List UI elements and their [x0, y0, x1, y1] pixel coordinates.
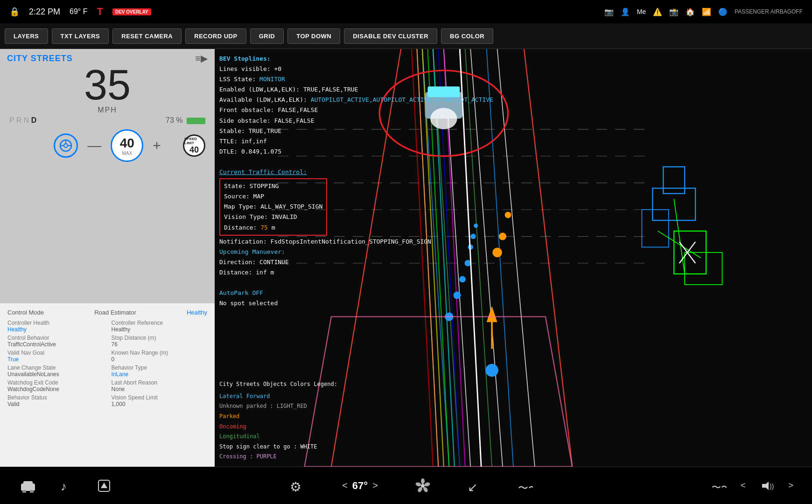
status-bar: 🔒 2:22 PM 69° F T DEV OVERLAY 📷 👤 Me ⚠️ …	[0, 0, 812, 23]
svg-point-64	[474, 224, 478, 228]
grid-button[interactable]: GRID	[250, 28, 284, 44]
disable-dev-cluster-button[interactable]: DISABLE DEV CLUSTER	[344, 28, 437, 44]
top-down-button[interactable]: TOP DOWN	[287, 28, 340, 44]
bg-color-button[interactable]: BG COLOR	[441, 28, 493, 44]
legend-parked: Parked	[219, 412, 337, 422]
drive-visualization: CITY STREETS ≡▶ 35 MPH P R N D 73 %	[0, 49, 215, 303]
bottom-right-controls: 〜〜 < ))) >	[712, 478, 793, 493]
controller-ref-key: Controller Reference	[112, 320, 207, 326]
svg-text:〜〜: 〜〜	[712, 482, 727, 492]
watchdog-exit-key: Watchdog Exit Code	[7, 379, 103, 386]
known-nav-range-val: 0	[112, 356, 207, 363]
dev-overlay-badge: DEV OVERLAY	[112, 8, 151, 15]
battery-bar	[187, 118, 205, 124]
temp-left-value: 67°	[352, 480, 368, 492]
speed-controls: — 40 MAX + SPEED LIMIT 40	[0, 126, 215, 165]
svg-rect-81	[23, 481, 33, 486]
volume-icon[interactable]: )))	[759, 479, 774, 492]
behavior-status-key: Behavior Status	[7, 394, 103, 401]
left-panel: CITY STREETS ≡▶ 35 MPH P R N D 73 %	[0, 49, 215, 467]
controller-health-key: Controller Health	[7, 320, 103, 326]
legend-longitudinal: Longitudinal	[219, 432, 337, 442]
svg-point-67	[505, 212, 511, 218]
valid-nav-goal-val: True	[7, 356, 103, 363]
speed-unit: MPH	[0, 106, 215, 114]
nav-icon: ≡▶	[195, 53, 208, 64]
up-arrow-icon[interactable]	[97, 479, 111, 493]
tesla-logo: T	[97, 6, 103, 18]
status-row-5: Watchdog Exit Code WatchdogCodeNone Last…	[7, 379, 207, 392]
legend-oncoming: Oncoming	[219, 422, 337, 432]
status-time: 2:22 PM	[29, 7, 60, 17]
airbag-status: PASSENGER AIRBAGOFF	[735, 8, 803, 15]
record-udp-button[interactable]: RECORD UDP	[185, 28, 246, 44]
speed-decrease-button[interactable]: —	[87, 138, 101, 154]
behavior-status-val: Valid	[7, 401, 103, 407]
svg-point-59	[453, 292, 461, 299]
ac-icon[interactable]: ⚙	[290, 478, 305, 493]
city-streets-label: CITY STREETS	[7, 54, 73, 63]
speed-limit-value: 40	[189, 145, 199, 155]
road-estimator-header: Road Estimator	[94, 309, 136, 316]
txt-layers-button[interactable]: TXT LAYERS	[52, 28, 109, 44]
bottom-bar: ♪ ⚙ < 67° >	[0, 467, 812, 504]
svg-text:))): )))	[770, 483, 774, 490]
speed-limit-box: SPEED LIMIT 40	[183, 134, 205, 157]
home-icon: 🏠	[686, 7, 695, 16]
layers-button[interactable]: LAYERS	[5, 28, 48, 44]
temp-decrease-left[interactable]: <	[342, 480, 348, 491]
phone-icon[interactable]: ↙	[468, 478, 481, 493]
heat-right-icon[interactable]: 〜〜	[712, 478, 727, 493]
wifi-icon: 📶	[702, 7, 711, 16]
volume-left-arrow[interactable]: <	[741, 481, 746, 490]
current-speed: 35	[0, 64, 215, 106]
last-abort-val: None	[112, 386, 207, 392]
legend-stop-sign: Stop sign clear to go : WHITE	[219, 442, 337, 452]
stop-distance-key: Stop Distance (m)	[112, 335, 207, 341]
bluetooth-icon: 🔵	[718, 7, 728, 16]
status-section-header: Control Mode Road Estimator Healthy	[7, 309, 207, 316]
car-icon[interactable]	[19, 479, 37, 493]
behavior-type-key: Behavior Type	[112, 364, 207, 371]
bottom-left-icons: ♪	[19, 479, 111, 493]
battery-display: 73 %	[166, 116, 205, 125]
status-row-3: Valid Nav Goal True Known Nav Range (m) …	[7, 350, 207, 363]
svg-text:♪: ♪	[61, 479, 67, 492]
svg-point-93	[415, 482, 421, 487]
bottom-center-controls: ⚙ < 67° > ↙	[290, 478, 533, 493]
legend-title: City Streets Objects Colors Legend:	[219, 379, 337, 390]
temp-increase-left[interactable]: >	[372, 480, 378, 491]
lane-change-state-key: Lane Change State	[7, 364, 103, 371]
reset-camera-button[interactable]: RESET CAMERA	[112, 28, 182, 44]
target-speed-label: MAX	[122, 151, 132, 156]
music-icon[interactable]: ♪	[61, 479, 74, 492]
speed-limit-label: SPEED LIMIT	[184, 137, 204, 145]
heat-left-icon[interactable]: 〜〜	[518, 478, 533, 493]
volume-right-arrow[interactable]: >	[788, 481, 793, 490]
svg-point-88	[421, 484, 425, 488]
legend-lateral: Lateral Forward	[219, 392, 337, 402]
speed-increase-button[interactable]: +	[153, 138, 161, 154]
overall-healthy: Healthy	[187, 309, 207, 316]
svg-point-1	[64, 144, 68, 147]
svg-text:〜〜: 〜〜	[518, 482, 533, 493]
svg-marker-86	[101, 483, 107, 488]
controller-health-val: Healthy	[7, 326, 103, 333]
controller-ref-val: Healthy	[112, 326, 207, 333]
status-temp: 69° F	[70, 7, 87, 16]
target-speed-circle: 40 MAX	[111, 129, 143, 162]
status-row-4: Lane Change State UnavailableNoLanes Beh…	[7, 364, 207, 378]
control-behavior-val: TrafficControlActive	[7, 341, 103, 348]
control-mode-header: Control Mode	[7, 309, 44, 316]
fan-icon[interactable]	[415, 478, 430, 493]
control-behavior-key: Control Behavior	[7, 335, 103, 341]
speed-header: CITY STREETS ≡▶ 35 MPH	[0, 49, 215, 114]
svg-text:↙: ↙	[468, 480, 478, 493]
legend-crossing: Crossing : PURPLE	[219, 452, 337, 462]
camera-icon: 📷	[604, 7, 614, 16]
behavior-type-val: InLane	[112, 371, 207, 378]
main-content: CITY STREETS ≡▶ 35 MPH P R N D 73 %	[0, 49, 812, 467]
profile-icon: 👤	[621, 7, 630, 16]
legend-overlay: City Streets Objects Colors Legend: Late…	[219, 379, 337, 462]
status-row-2: Control Behavior TrafficControlActive St…	[7, 335, 207, 348]
